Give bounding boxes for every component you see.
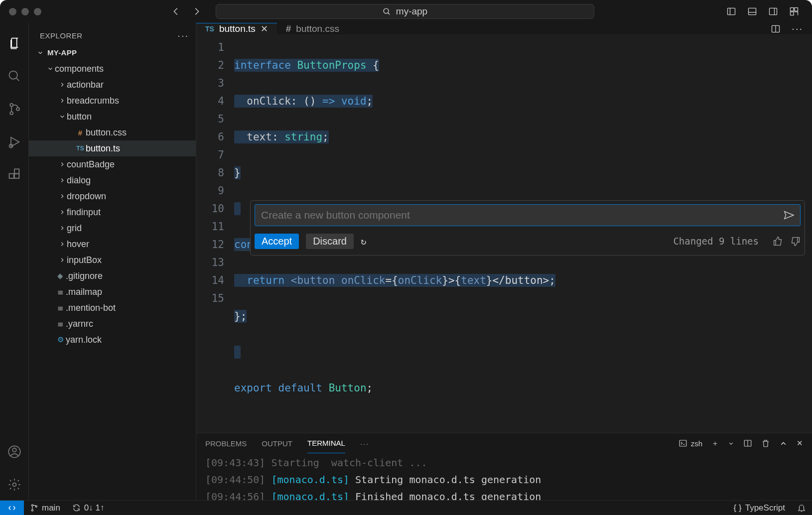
explorer-title: EXPLORER [40,31,83,40]
toggle-sidebar-icon[interactable] [726,6,736,16]
chevron-right-icon [58,193,67,200]
extensions-icon[interactable] [7,167,22,182]
file-label: .mention-bot [66,303,116,313]
more-icon[interactable]: ··· [177,30,189,41]
folder-row[interactable]: hover [29,236,196,252]
svg-rect-13 [14,174,19,178]
more-icon[interactable]: ··· [792,23,803,34]
accounts-icon[interactable] [7,444,22,459]
command-center-search[interactable]: my-app [216,4,594,19]
new-terminal-icon[interactable]: ＋ [711,439,719,448]
explorer-icon[interactable] [7,36,22,51]
file-icon: ≣ [55,303,66,312]
trash-icon[interactable] [761,439,770,448]
file-row[interactable]: ≣.mention-bot [29,300,196,316]
sync-status[interactable]: 0↓ 1↑ [66,501,111,515]
language-mode[interactable]: { } TypeScript [728,503,791,513]
file-row[interactable]: #button.css [29,125,196,140]
source-control-icon[interactable] [7,102,22,117]
folder-row[interactable]: actionbar [29,77,196,93]
file-icon: TS [75,145,86,152]
split-terminal-icon[interactable] [743,439,752,448]
traffic-lights [9,8,41,15]
close-dot[interactable] [9,8,16,15]
panel-tab-terminal[interactable]: TERMINAL [307,433,345,453]
panel-tabs: PROBLEMS OUTPUT TERMINAL ··· zsh ＋ [196,433,812,453]
line-gutter: 123456789101112131415 [196,34,231,433]
folder-label: findinput [67,207,101,218]
toggle-secondary-icon[interactable] [768,6,778,16]
search-activity-icon[interactable] [7,69,22,84]
folder-label: inputBox [67,255,102,265]
forward-icon[interactable] [191,6,202,17]
svg-point-16 [12,448,16,452]
branch-status[interactable]: main [24,501,66,515]
file-tree: componentsactionbarbreadcrumbsbutton#but… [29,61,196,500]
inline-chat-input-wrap [255,204,801,226]
folder-row[interactable]: grid [29,220,196,236]
folder-row[interactable]: components [29,61,196,77]
file-row[interactable]: TSbutton.ts [29,140,196,156]
folder-label: button [67,112,92,122]
shell-label: zsh [691,439,702,448]
folder-label: dialog [67,175,91,186]
notifications-icon[interactable] [791,504,812,513]
chevron-right-icon [58,257,67,263]
workspace-root[interactable]: MY-APP [29,45,196,61]
chevron-right-icon [58,97,67,104]
chevron-right-icon [58,241,67,248]
close-icon[interactable]: ✕ [261,23,268,34]
discard-button[interactable]: Discard [306,234,354,249]
thumbs-up-icon[interactable] [773,236,783,247]
code-editor[interactable]: 123456789101112131415 interface ButtonPr… [196,34,812,433]
tab-button-css[interactable]: # button.css [277,23,348,34]
folder-row[interactable]: inputBox [29,252,196,268]
accept-button[interactable]: Accept [255,234,299,249]
inline-chat-input[interactable] [261,209,783,221]
file-label: yarn.lock [66,335,102,345]
folder-label: breadcrumbs [67,96,119,106]
root-label: MY-APP [47,48,77,57]
back-icon[interactable] [171,6,182,17]
close-panel-icon[interactable]: ✕ [797,439,803,448]
folder-row[interactable]: button [29,109,196,125]
file-row[interactable]: ≣.yarnrc [29,316,196,332]
svg-point-21 [31,505,33,506]
shell-indicator[interactable]: zsh [678,439,702,448]
minimize-dot[interactable] [21,8,29,15]
folder-row[interactable]: dropdown [29,188,196,204]
zoom-dot[interactable] [34,8,41,15]
inline-chat: Accept Discard ↻ Changed 9 lines [250,200,805,256]
folder-row[interactable]: breadcrumbs [29,93,196,109]
panel-tab-problems[interactable]: PROBLEMS [205,439,247,448]
file-row[interactable]: ≣.mailmap [29,284,196,300]
chevron-right-icon [58,177,67,184]
panel-tab-output[interactable]: OUTPUT [262,439,292,448]
run-debug-icon[interactable] [7,134,22,149]
file-label: .gitignore [66,271,103,281]
remote-indicator[interactable] [0,501,24,515]
explorer-sidebar: EXPLORER ··· MY-APP componentsactionbarb… [29,23,196,500]
send-icon[interactable] [783,210,794,221]
svg-rect-4 [791,8,794,11]
file-row[interactable]: ◆.gitignore [29,268,196,284]
svg-rect-19 [679,440,686,446]
folder-row[interactable]: dialog [29,172,196,188]
file-row[interactable]: ⚙yarn.lock [29,332,196,348]
folder-row[interactable]: findinput [29,204,196,220]
svg-point-22 [31,510,33,511]
folder-label: grid [67,223,82,234]
gear-icon[interactable] [7,477,22,492]
more-icon[interactable]: ··· [360,439,370,448]
maximize-panel-icon[interactable] [779,439,788,448]
folder-row[interactable]: countBadge [29,156,196,172]
thumbs-down-icon[interactable] [790,236,801,247]
tab-button-ts[interactable]: TS button.ts ✕ [196,23,277,34]
chevron-right-icon [58,161,67,168]
toggle-panel-icon[interactable] [747,6,757,16]
refresh-icon[interactable]: ↻ [361,232,366,250]
split-editor-icon[interactable] [771,24,781,34]
chevron-right-icon [58,209,67,216]
layout-customize-icon[interactable] [789,6,799,16]
terminal-dropdown-icon[interactable] [728,440,734,447]
